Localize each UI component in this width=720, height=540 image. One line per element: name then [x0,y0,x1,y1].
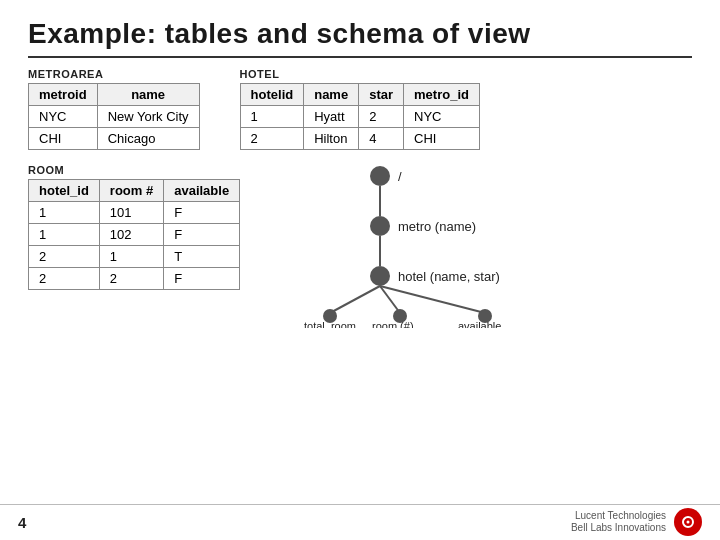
room-col-hotel_id: hotel_id [29,180,100,202]
table-cell: F [164,268,240,290]
hotel-col-hotelid: hotelid [240,84,304,106]
hotel-label: HOTEL [240,68,480,80]
table-cell: CHI [404,128,480,150]
tree-totalroom-label: total_room [304,320,356,328]
table-cell: F [164,202,240,224]
page: Example: tables and schema of view METRO… [0,0,720,540]
table-cell: 2 [29,268,100,290]
tree-available-label: available [458,320,501,328]
table-cell: 4 [359,128,404,150]
lucent-logo-icon [679,513,697,531]
tree-svg: / metro (name) hotel (name, star) [300,158,600,328]
metroarea-section: METROAREA metroid name NYCNew York CityC… [28,68,200,150]
logo-text-block: Lucent Technologies Bell Labs Innovation… [571,510,666,534]
metroarea-col-metroid: metroid [29,84,98,106]
hotel-col-name: name [304,84,359,106]
table-row: 21T [29,246,240,268]
table-cell: F [164,224,240,246]
room-col-available: available [164,180,240,202]
table-cell: 2 [359,106,404,128]
page-number: 4 [18,514,26,531]
table-row: 22F [29,268,240,290]
lucent-logo-circle [674,508,702,536]
table-cell: 2 [240,128,304,150]
tree-line-hotel-totalroom [330,286,380,313]
page-title: Example: tables and schema of view [28,18,692,50]
room-col-room_num: room # [99,180,163,202]
hotel-section: HOTEL hotelid name star metro_id 1Hyatt2… [240,68,480,150]
title-divider [28,56,692,58]
room-label: ROOM [28,164,240,176]
table-cell: NYC [29,106,98,128]
tree-metro-label: metro (name) [398,219,476,234]
tree-hotel-label: hotel (name, star) [398,269,500,284]
logo-line2: Bell Labs Innovations [571,522,666,534]
table-cell: 1 [240,106,304,128]
table-row: 1102F [29,224,240,246]
metroarea-table: metroid name NYCNew York CityCHIChicago [28,83,200,150]
logo-area: Lucent Technologies Bell Labs Innovation… [571,508,702,536]
table-cell: 1 [29,224,100,246]
table-cell: New York City [97,106,199,128]
table-cell: Hilton [304,128,359,150]
table-row: 2Hilton4CHI [240,128,479,150]
room-table: hotel_id room # available 1101F1102F21T2… [28,179,240,290]
table-cell: CHI [29,128,98,150]
tree-diagram: / metro (name) hotel (name, star) [300,158,600,328]
hotel-col-star: star [359,84,404,106]
table-cell: 1 [99,246,163,268]
table-row: 1Hyatt2NYC [240,106,479,128]
tree-svg-wrap: / metro (name) hotel (name, star) [300,158,600,328]
hotel-col-metro_id: metro_id [404,84,480,106]
table-cell: Chicago [97,128,199,150]
tree-line-hotel-available [380,286,485,313]
table-row: 1101F [29,202,240,224]
metroarea-col-name: name [97,84,199,106]
tree-hotel-node [370,266,390,286]
logo-line1: Lucent Technologies [571,510,666,522]
metroarea-label: METROAREA [28,68,200,80]
bottom-bar: 4 Lucent Technologies Bell Labs Innovati… [0,504,720,540]
table-cell: 101 [99,202,163,224]
hotel-table: hotelid name star metro_id 1Hyatt2NYC2Hi… [240,83,480,150]
table-row: NYCNew York City [29,106,200,128]
tree-root-node [370,166,390,186]
room-table-wrap: ROOM hotel_id room # available 1101F1102… [28,164,240,290]
table-cell: T [164,246,240,268]
table-cell: NYC [404,106,480,128]
tables-row: METROAREA metroid name NYCNew York CityC… [28,68,692,150]
room-section: ROOM hotel_id room # available 1101F1102… [28,164,692,328]
table-cell: 1 [29,202,100,224]
table-row: CHIChicago [29,128,200,150]
tree-room-label: room (#) [372,320,414,328]
table-cell: Hyatt [304,106,359,128]
table-cell: 2 [99,268,163,290]
table-cell: 102 [99,224,163,246]
tree-root-label: / [398,169,402,184]
tree-metro-node [370,216,390,236]
table-cell: 2 [29,246,100,268]
svg-point-2 [687,521,690,524]
